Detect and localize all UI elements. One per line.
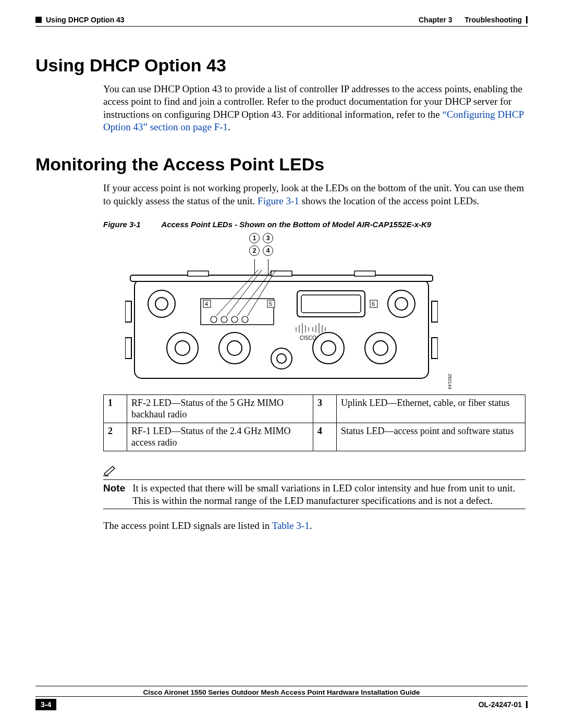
callout-3: 3 [263,233,273,243]
svg-rect-4 [354,271,375,276]
table-row: 1 RF-2 LED—Status of the 5 GHz MIMO back… [104,394,525,423]
header-block-icon [35,17,42,23]
note-label: Note [103,482,125,508]
after-note-b: . [310,520,312,531]
svg-point-25 [242,316,248,323]
svg-text:6: 6 [372,301,375,307]
svg-point-18 [277,354,286,363]
header-chapter-title: Troubleshooting [464,16,522,24]
figure-number: Figure 3-1 [103,220,141,229]
svg-rect-44 [125,338,131,359]
after-note-paragraph: The access point LED signals are listed … [103,520,528,532]
figure-caption: Figure 3-1 Access Point LEDs - Shown on … [103,220,528,229]
legend-num: 3 [313,394,337,423]
footer-doc-number: OL-24247-01 [479,700,528,709]
legend-num: 2 [104,423,127,451]
header-chapter-label: Chapter 3 [419,16,452,24]
legend-desc: RF-2 LED—Status of the 5 GHz MIMO backha… [127,394,313,423]
figure-callouts: 1 2 3 4 [249,233,273,275]
after-note-a: The access point LED signals are listed … [103,520,272,531]
header-right: Chapter 3 Troubleshooting [419,16,528,24]
svg-rect-20 [301,295,361,313]
figure-caption-text: Access Point LEDs - Shown on the Bottom … [161,220,431,229]
callout-1: 1 [249,233,260,243]
callout-2: 2 [249,245,260,256]
legend-num: 4 [313,423,337,451]
svg-rect-45 [432,301,438,322]
svg-rect-46 [432,338,438,359]
note-block: Note It is expected that there will be s… [103,466,525,509]
svg-point-24 [231,316,238,323]
header-rule [35,26,528,27]
svg-point-22 [211,316,217,323]
svg-rect-43 [125,301,131,322]
legend-desc: Uplink LED—Ethernet, cable, or fiber sta… [337,394,525,423]
legend-desc: RF-1 LED—Status of the 2.4 GHz MIMO acce… [127,423,313,451]
footer-guide-title: Cisco Aironet 1550 Series Outdoor Mesh A… [35,688,528,696]
footer-doc-number-text: OL-24247-01 [479,700,522,709]
footer-page-number: 3-4 [35,699,56,710]
svg-point-23 [221,316,227,323]
note-pen-icon [103,466,525,479]
footer-bar-icon [526,701,528,708]
section-title-leds: Monitoring the Access Point LEDs [35,154,528,175]
svg-text:5: 5 [269,301,272,307]
svg-point-14 [321,341,336,355]
leds-paragraph: If your access point is not working prop… [103,182,528,207]
svg-point-6 [155,298,168,310]
svg-text:CISCO: CISCO [300,335,316,341]
svg-point-8 [395,298,408,310]
callout-4: 4 [263,245,273,256]
dhcp-text-b: . [228,121,230,132]
header-section-title: Using DHCP Option 43 [46,16,125,24]
dhcp-paragraph: You can use DHCP Option 43 to provide a … [103,83,528,133]
svg-point-10 [175,341,190,355]
leds-text-b: shows the location of the access point L… [299,195,480,206]
svg-text:4: 4 [205,301,208,307]
svg-rect-2 [188,271,209,276]
legend-desc: Status LED—access point and software sta… [337,423,525,451]
table-row: 2 RF-1 LED—Status of the 2.4 GHz MIMO ac… [104,423,525,451]
figure-part-number: 282144 [447,374,452,389]
svg-point-16 [373,341,388,355]
page-footer: Cisco Aironet 1550 Series Outdoor Mesh A… [35,686,528,710]
figure-legend-table: 1 RF-2 LED—Status of the 5 GHz MIMO back… [103,394,525,451]
running-header: Using DHCP Option 43 Chapter 3 Troublesh… [35,16,528,24]
svg-point-12 [227,341,242,355]
legend-num: 1 [104,394,127,423]
device-illustration: 4 5 6 [125,270,438,387]
svg-rect-3 [271,271,292,276]
section-title-dhcp: Using DHCP Option 43 [35,55,528,76]
leds-xref-link[interactable]: Figure 3-1 [258,195,299,206]
header-bar-icon [526,16,528,23]
table-xref-link[interactable]: Table 3-1 [272,520,310,531]
figure-3-1: 1 2 3 4 [115,233,448,389]
header-left: Using DHCP Option 43 [35,16,125,24]
note-text: It is expected that there will be small … [132,482,525,508]
